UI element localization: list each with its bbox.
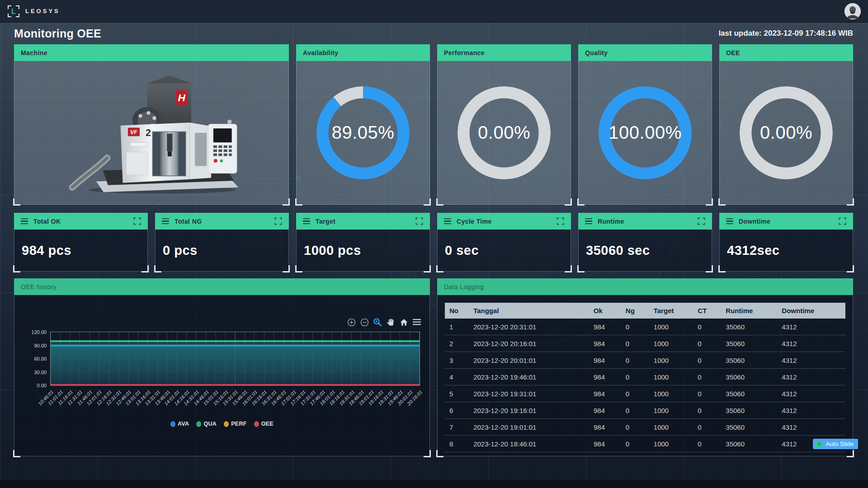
performance-gauge: 0.00%: [458, 86, 551, 179]
stat-card-value: 1000 pcs: [304, 243, 361, 258]
dashboard-root: L LEOSYS Monitoring OEE last update: 202…: [0, 0, 868, 488]
table-cell: 0: [693, 335, 721, 352]
y-tick-label: 120.00: [31, 329, 47, 335]
table-cell: 0: [693, 319, 721, 335]
quality-panel-header: Quality: [578, 44, 712, 61]
table-cell: 0: [621, 419, 649, 436]
performance-panel-body: 0.00%: [437, 61, 571, 205]
ava-area-fill: [51, 346, 420, 385]
oee-history-panel: OEE history: [14, 278, 430, 456]
data-logging-title: Data Logging: [444, 283, 484, 291]
legend-item-qua[interactable]: QUA: [196, 421, 217, 427]
table-cell: 984: [589, 385, 621, 402]
legend-item-ava[interactable]: AVA: [170, 421, 189, 427]
table-cell: 2023-12-20 19:01:01: [469, 419, 589, 436]
table-cell: 35060: [721, 369, 777, 385]
table-row: 72023-12-20 19:01:01984010000350604312: [445, 419, 845, 436]
oee-panel: OEE 0.00%: [719, 44, 853, 205]
table-cell: 6: [445, 402, 469, 419]
table-cell: 1000: [649, 419, 693, 436]
home-reset-icon[interactable]: [399, 318, 408, 327]
table-cell: 35060: [721, 402, 777, 419]
table-cell: 5: [445, 385, 469, 402]
table-cell: 4312: [777, 369, 845, 385]
stat-card-title: Runtime: [598, 218, 624, 225]
data-logging-body: NoTanggalOkNgTargetCTRuntimeDowntime 120…: [437, 295, 853, 456]
stat-card-total-ng: Total NG 0 pcs: [155, 213, 289, 272]
machine-panel-header: Machine: [14, 44, 289, 61]
brand[interactable]: L LEOSYS: [7, 5, 60, 18]
legend-item-oee[interactable]: OEE: [254, 421, 274, 427]
expand-icon[interactable]: [415, 217, 423, 225]
stat-card-header: Target: [296, 213, 430, 230]
table-cell: 2023-12-20 20:31:01: [469, 319, 589, 335]
drag-handle-icon[interactable]: [444, 218, 451, 225]
stat-card-body: 35060 sec: [578, 230, 712, 272]
legend-item-perf[interactable]: PERF: [224, 421, 247, 427]
drag-handle-icon[interactable]: [585, 218, 592, 225]
drag-handle-icon[interactable]: [162, 218, 169, 225]
performance-gauge-value: 0.00%: [458, 86, 551, 179]
table-cell: 0: [693, 419, 721, 436]
table-cell: 2023-12-20 20:01:01: [469, 352, 589, 369]
table-cell: 4312: [777, 352, 845, 369]
auto-slide-toggle[interactable]: ✓ Auto Slide: [813, 439, 858, 449]
table-cell: 984: [589, 369, 621, 385]
zoom-out-icon[interactable]: [360, 318, 369, 327]
user-avatar[interactable]: [844, 3, 861, 19]
drag-handle-icon[interactable]: [303, 218, 310, 225]
quality-panel-body: 100.00%: [578, 61, 712, 205]
table-column-header: CT: [693, 303, 721, 319]
zoom-in-icon[interactable]: [347, 318, 356, 327]
performance-panel: Performance 0.00%: [437, 44, 571, 205]
oee-history-plot[interactable]: 120.0090.0060.0030.000.00 10:46:0111:01:…: [50, 332, 420, 386]
table-cell: 3: [445, 352, 469, 369]
table-cell: 4312: [777, 335, 845, 352]
zoom-select-icon[interactable]: [373, 318, 382, 327]
stat-card-runtime: Runtime 35060 sec: [578, 213, 712, 272]
bottom-bar: [0, 480, 868, 488]
table-cell: 0: [621, 369, 649, 385]
drag-handle-icon[interactable]: [21, 218, 28, 225]
stat-card-body: 1000 pcs: [296, 230, 430, 272]
pan-hand-icon[interactable]: [386, 318, 395, 327]
table-cell: 35060: [721, 319, 777, 335]
chart-menu-icon[interactable]: [412, 318, 421, 327]
drag-handle-icon[interactable]: [726, 218, 733, 225]
performance-title: Performance: [444, 49, 485, 56]
table-cell: 35060: [721, 436, 777, 452]
expand-icon[interactable]: [698, 217, 705, 225]
expand-icon[interactable]: [133, 217, 141, 225]
logging-table-body: 12023-12-20 20:31:0198401000035060431222…: [445, 319, 845, 452]
oee-series-line: [51, 384, 420, 386]
table-cell: 984: [589, 352, 621, 369]
data-logging-panel: Data Logging NoTanggalOkNgTargetCTRuntim…: [437, 278, 853, 456]
expand-icon[interactable]: [839, 217, 846, 225]
table-column-header: Target: [649, 303, 693, 319]
table-row: 12023-12-20 20:31:01984010000350604312: [445, 319, 845, 335]
stat-card-target: Target 1000 pcs: [296, 213, 430, 272]
auto-slide-checkbox[interactable]: ✓: [816, 441, 822, 447]
stat-card-body: 4312sec: [719, 230, 853, 272]
table-row: 82023-12-20 18:46:01984010000350604312: [445, 436, 845, 452]
table-column-header: Tanggal: [469, 303, 589, 319]
stat-card-header: Downtime: [719, 213, 853, 230]
table-cell: 984: [589, 402, 621, 419]
oee-history-title: OEE history: [21, 283, 57, 291]
expand-icon[interactable]: [274, 217, 282, 225]
table-cell: 1000: [649, 335, 693, 352]
y-tick-label: 90.00: [34, 343, 47, 348]
table-cell: 984: [589, 319, 621, 335]
availability-panel-header: Availability: [296, 44, 430, 61]
expand-icon[interactable]: [557, 217, 564, 225]
machine-model-digit: 2: [146, 127, 151, 137]
y-tick-label: 60.00: [34, 356, 47, 361]
stat-card-body: 984 pcs: [14, 230, 148, 272]
table-cell: 35060: [721, 419, 777, 436]
table-cell: 984: [589, 335, 621, 352]
table-cell: 2023-12-20 19:16:01: [469, 402, 589, 419]
oee-panel-body: 0.00%: [719, 61, 853, 205]
stat-card-header: Runtime: [578, 213, 712, 230]
brand-name: LEOSYS: [25, 8, 60, 14]
table-cell: 1000: [649, 402, 693, 419]
